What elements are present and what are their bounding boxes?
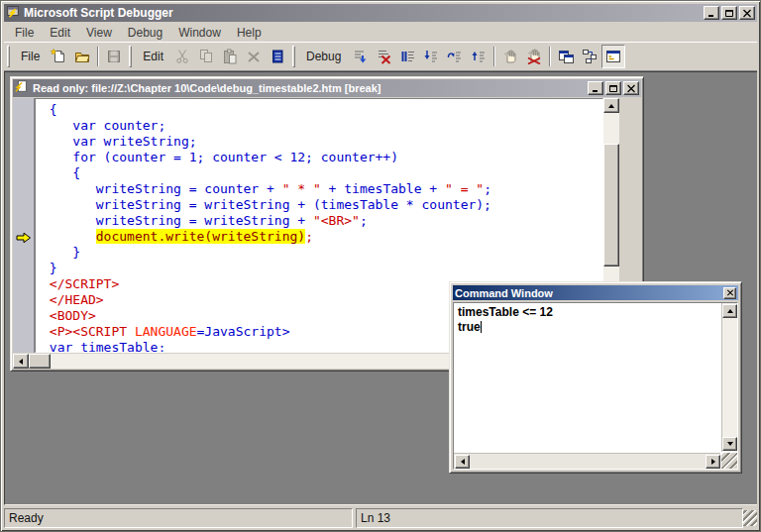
copy-icon[interactable]	[194, 45, 218, 68]
document-list-icon[interactable]	[266, 45, 289, 68]
status-bar: Ready Ln 13	[4, 506, 757, 528]
resize-grip[interactable]	[721, 453, 737, 469]
toolbar-separator	[493, 47, 495, 66]
new-document-icon[interactable]	[47, 45, 70, 68]
command-window-icon[interactable]	[601, 45, 625, 68]
paste-icon[interactable]	[218, 45, 242, 68]
clear-breakpoints-icon[interactable]	[522, 45, 546, 68]
code-line: }	[42, 261, 602, 276]
current-line-arrow	[16, 230, 32, 242]
code-line: var counter;	[42, 118, 602, 134]
command-window-title: Command Window	[455, 287, 723, 299]
command-input-area[interactable]: timesTable <= 12true	[453, 302, 738, 470]
toggle-breakpoint-icon[interactable]	[498, 45, 522, 68]
edit-menu-button[interactable]: Edit	[136, 45, 170, 68]
open-folder-icon[interactable]	[70, 45, 94, 68]
menu-help[interactable]: Help	[229, 24, 270, 42]
toolbar-grip[interactable]	[7, 46, 10, 67]
stop-debugging-icon[interactable]	[372, 45, 395, 68]
command-vertical-scrollbar[interactable]	[721, 303, 737, 452]
editor-title: Read only: file://Z:\Chapter 10\Code\deb…	[33, 82, 588, 94]
code-line: document.write(writeString);	[42, 229, 602, 245]
code-line: var writeString;	[42, 134, 602, 150]
code-line: }	[42, 245, 602, 261]
main-titlebar: Microsoft Script Debugger	[4, 4, 757, 22]
close-button[interactable]	[739, 6, 755, 20]
command-line: timesTable <= 12	[458, 305, 716, 320]
toolbar-grip[interactable]	[129, 46, 132, 67]
break-icon[interactable]	[395, 45, 419, 68]
run-icon[interactable]	[348, 45, 372, 68]
toolbar: File Edit Debug	[4, 42, 757, 71]
save-icon[interactable]	[102, 45, 126, 68]
scroll-right-button[interactable]	[706, 455, 720, 469]
debug-menu-button[interactable]: Debug	[299, 45, 348, 68]
breakpoint-gutter[interactable]	[13, 98, 35, 353]
command-window: Command Window timesTable <= 12true	[449, 281, 742, 474]
code-line: writeString = writeString + "<BR>";	[42, 213, 602, 229]
app-icon	[6, 4, 20, 22]
scroll-up-button[interactable]	[603, 98, 619, 113]
scroll-left-button[interactable]	[455, 455, 470, 469]
line-indicator: Ln 13	[356, 508, 743, 528]
command-horizontal-scrollbar[interactable]	[454, 453, 720, 469]
scroll-down-button[interactable]	[722, 437, 737, 451]
command-output[interactable]: timesTable <= 12true	[454, 303, 720, 452]
cut-icon[interactable]	[170, 45, 194, 68]
window-title: Microsoft Script Debugger	[24, 6, 704, 20]
scroll-up-button[interactable]	[722, 304, 737, 318]
editor-minimize-button[interactable]	[588, 81, 603, 95]
menu-view[interactable]: View	[78, 24, 120, 42]
code-line: writeString = counter + " * " + timesTab…	[42, 181, 602, 197]
toolbar-separator	[97, 47, 99, 66]
menu-window[interactable]: Window	[170, 24, 229, 42]
command-window-titlebar[interactable]: Command Window	[453, 285, 738, 300]
menu-bar: File Edit View Debug Window Help	[4, 23, 757, 42]
document-icon	[15, 79, 29, 97]
code-line: {	[42, 102, 602, 118]
text-caret	[481, 321, 482, 333]
code-line: for (counter = 1; counter < 12; counter+…	[42, 150, 602, 165]
code-line: {	[42, 165, 602, 181]
file-menu-button[interactable]: File	[14, 45, 47, 68]
status-message: Ready	[4, 508, 353, 528]
command-window-close-button[interactable]	[723, 287, 736, 299]
toolbar-separator	[549, 47, 551, 66]
minimize-button[interactable]	[704, 6, 719, 20]
editor-close-button[interactable]	[623, 81, 639, 95]
toolbar-grip[interactable]	[292, 46, 295, 67]
running-documents-icon[interactable]	[554, 45, 578, 68]
editor-maximize-button[interactable]	[605, 81, 621, 95]
step-into-icon[interactable]	[419, 45, 443, 68]
code-line: writeString = writeString + (timesTable …	[42, 197, 602, 213]
command-line: true	[458, 320, 716, 335]
menu-file[interactable]: File	[7, 24, 42, 42]
mdi-area: Read only: file://Z:\Chapter 10\Code\deb…	[4, 71, 757, 505]
step-out-icon[interactable]	[467, 45, 490, 68]
menu-debug[interactable]: Debug	[120, 24, 170, 42]
call-stack-icon[interactable]	[578, 45, 601, 68]
vertical-scroll-thumb[interactable]	[603, 144, 619, 266]
horizontal-scroll-thumb[interactable]	[29, 354, 51, 369]
delete-icon[interactable]	[242, 45, 266, 68]
window-resize-grip[interactable]	[743, 510, 757, 526]
maximize-button[interactable]	[721, 6, 737, 20]
scroll-left-button[interactable]	[13, 354, 29, 369]
editor-titlebar: Read only: file://Z:\Chapter 10\Code\deb…	[13, 79, 641, 97]
step-over-icon[interactable]	[443, 45, 467, 68]
menu-edit[interactable]: Edit	[42, 24, 78, 42]
main-window: Microsoft Script Debugger File Edit View…	[0, 0, 761, 532]
